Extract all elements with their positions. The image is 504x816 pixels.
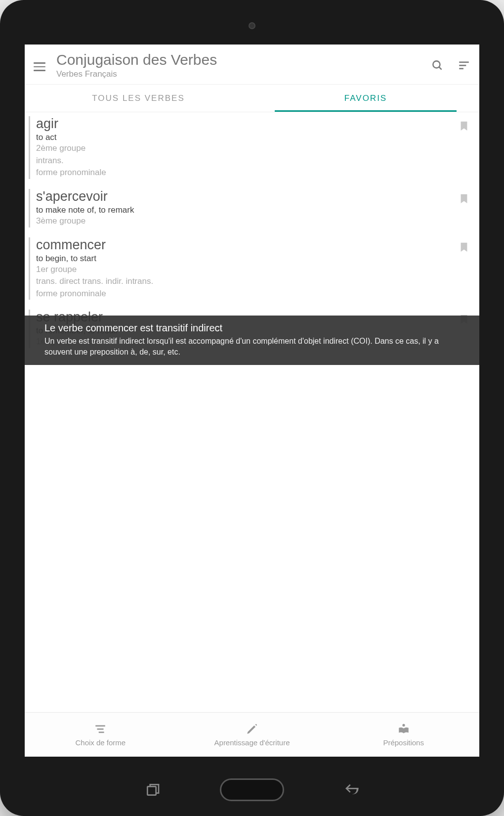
verb-extra: forme pronominale [36, 288, 459, 300]
nav-prepositions[interactable]: Prépositions [328, 713, 479, 757]
verb-group: 3ème groupe [36, 215, 459, 227]
tab-all-verbs[interactable]: TOUS LES VERBES [25, 85, 252, 112]
app-screen: Conjugaison des Verbes Verbes Français T… [25, 45, 479, 757]
verb-translation: to act [36, 133, 459, 142]
verb-title: s'apercevoir [36, 189, 459, 204]
verb-translation: to make note of, to remark [36, 205, 459, 215]
nav-form-choice[interactable]: Choix de forme [25, 713, 176, 757]
title-block: Conjugaison des Verbes Verbes Français [56, 51, 417, 79]
svg-rect-9 [147, 786, 156, 795]
bookmark-icon[interactable] [459, 120, 469, 134]
info-toast: Le verbe commencer est transitif indirec… [25, 316, 479, 365]
bookmark-icon[interactable] [459, 241, 469, 255]
hardware-buttons [0, 778, 504, 801]
svg-rect-3 [459, 65, 466, 66]
nav-label: Choix de forme [75, 738, 126, 747]
verb-title: agir [36, 116, 459, 132]
bottom-nav: Choix de forme Aprentissage d'écriture P… [25, 712, 479, 757]
app-title: Conjugaison des Verbes [56, 51, 417, 68]
back-icon[interactable] [343, 782, 359, 798]
bookmark-icon[interactable] [459, 193, 469, 207]
svg-line-1 [439, 67, 441, 69]
menu-icon[interactable] [34, 61, 45, 73]
item-accent [29, 237, 30, 300]
tablet-frame: Conjugaison des Verbes Verbes Français T… [0, 0, 504, 816]
item-accent [29, 189, 30, 227]
verb-item[interactable]: commencer to begin, to start 1er groupe … [25, 233, 479, 306]
front-camera [249, 22, 255, 29]
tab-favorites[interactable]: FAVORIS [252, 85, 479, 112]
verb-title: commencer [36, 237, 459, 253]
verb-transitivity: trans. direct trans. indir. intrans. [36, 275, 459, 288]
app-header: Conjugaison des Verbes Verbes Français [25, 45, 479, 85]
tab-bar: TOUS LES VERBES FAVORIS [25, 85, 479, 112]
nav-label: Prépositions [383, 738, 424, 747]
verb-group: 2ème groupe [36, 142, 459, 155]
svg-rect-6 [97, 728, 104, 730]
sort-icon[interactable] [458, 59, 470, 72]
pencil-icon [246, 723, 258, 735]
nav-label: Aprentissage d'écriture [214, 738, 290, 747]
toast-title: Le verbe commencer est transitif indirec… [44, 322, 460, 334]
verb-item[interactable]: agir to act 2ème groupe intrans. forme p… [25, 112, 479, 185]
search-icon[interactable] [431, 59, 444, 72]
verb-transitivity: intrans. [36, 155, 459, 167]
book-icon [397, 723, 410, 735]
svg-rect-2 [459, 61, 469, 63]
verb-item[interactable]: s'apercevoir to make note of, to remark … [25, 185, 479, 233]
svg-point-8 [402, 724, 405, 726]
verb-group: 1er groupe [36, 264, 459, 276]
toast-body: Un verbe est transitif indirect lorsqu'i… [44, 336, 460, 357]
recent-apps-icon[interactable] [145, 782, 161, 798]
home-button[interactable] [220, 778, 284, 801]
svg-rect-5 [96, 725, 106, 726]
verb-translation: to begin, to start [36, 254, 459, 264]
verb-extra: forme pronominale [36, 167, 459, 179]
nav-writing-practice[interactable]: Aprentissage d'écriture [176, 713, 328, 757]
filter-icon [94, 723, 107, 735]
item-accent [29, 116, 30, 179]
svg-point-0 [433, 61, 440, 68]
app-subtitle: Verbes Français [56, 69, 417, 79]
svg-rect-7 [99, 731, 104, 733]
svg-rect-4 [459, 68, 463, 69]
